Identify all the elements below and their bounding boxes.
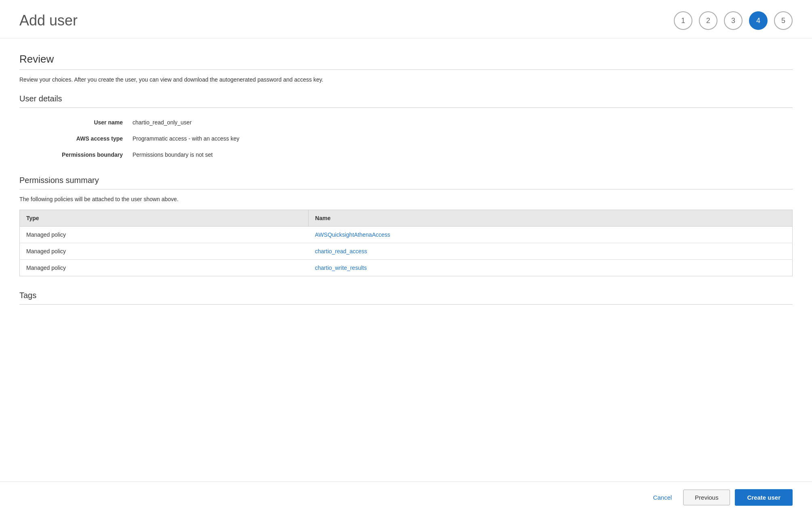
policy-table: Type Name Managed policy AWSQuicksightAt… xyxy=(19,210,793,276)
label-permissions-boundary: Permissions boundary xyxy=(19,151,133,158)
tags-section: Tags xyxy=(19,291,793,305)
detail-row-permissions-boundary: Permissions boundary Permissions boundar… xyxy=(19,147,793,163)
policy-name-3: chartio_write_results xyxy=(309,260,793,276)
tags-title: Tags xyxy=(19,291,793,300)
permissions-summary-divider xyxy=(19,189,793,189)
policy-name-1: AWSQuicksightAthenaAccess xyxy=(309,227,793,243)
step-indicators: 1 2 3 4 5 xyxy=(674,11,793,30)
step-2[interactable]: 2 xyxy=(699,11,717,30)
review-title: Review xyxy=(19,53,793,65)
permissions-description: The following policies will be attached … xyxy=(19,196,793,202)
table-header-row: Type Name xyxy=(20,210,793,227)
value-access-type: Programmatic access - with an access key xyxy=(133,135,240,142)
table-row: Managed policy chartio_read_access xyxy=(20,243,793,260)
policy-type-2: Managed policy xyxy=(20,243,309,260)
user-details-table: User name chartio_read_only_user AWS acc… xyxy=(19,114,793,163)
value-username: chartio_read_only_user xyxy=(133,119,191,126)
step-5[interactable]: 5 xyxy=(774,11,793,30)
policy-link-3[interactable]: chartio_write_results xyxy=(315,265,367,271)
detail-row-access-type: AWS access type Programmatic access - wi… xyxy=(19,130,793,147)
user-details-divider xyxy=(19,107,793,108)
table-row: Managed policy AWSQuicksightAthenaAccess xyxy=(20,227,793,243)
permissions-summary-title: Permissions summary xyxy=(19,176,793,185)
col-type-header: Type xyxy=(20,210,309,227)
tags-divider xyxy=(19,304,793,305)
value-permissions-boundary: Permissions boundary is not set xyxy=(133,151,212,158)
previous-button[interactable]: Previous xyxy=(683,490,730,505)
review-description: Review your choices. After you create th… xyxy=(19,76,793,83)
policy-name-2: chartio_read_access xyxy=(309,243,793,260)
table-row: Managed policy chartio_write_results xyxy=(20,260,793,276)
policy-link-2[interactable]: chartio_read_access xyxy=(315,248,367,254)
main-content: Review Review your choices. After you cr… xyxy=(0,38,812,360)
step-1[interactable]: 1 xyxy=(674,11,692,30)
cancel-button[interactable]: Cancel xyxy=(646,491,678,504)
detail-row-username: User name chartio_read_only_user xyxy=(19,114,793,130)
label-access-type: AWS access type xyxy=(19,135,133,142)
page-title: Add user xyxy=(19,12,78,29)
page-container: Add user 1 2 3 4 5 Review Review your ch… xyxy=(0,0,812,513)
policy-link-1[interactable]: AWSQuicksightAthenaAccess xyxy=(315,231,390,238)
review-divider xyxy=(19,69,793,70)
footer: Cancel Previous Create user xyxy=(0,481,812,513)
user-details-title: User details xyxy=(19,94,793,103)
step-3[interactable]: 3 xyxy=(724,11,743,30)
policy-type-1: Managed policy xyxy=(20,227,309,243)
step-4-active[interactable]: 4 xyxy=(749,11,768,30)
col-name-header: Name xyxy=(309,210,793,227)
create-user-button[interactable]: Create user xyxy=(735,489,793,506)
policy-type-3: Managed policy xyxy=(20,260,309,276)
label-username: User name xyxy=(19,119,133,126)
header: Add user 1 2 3 4 5 xyxy=(0,0,812,38)
